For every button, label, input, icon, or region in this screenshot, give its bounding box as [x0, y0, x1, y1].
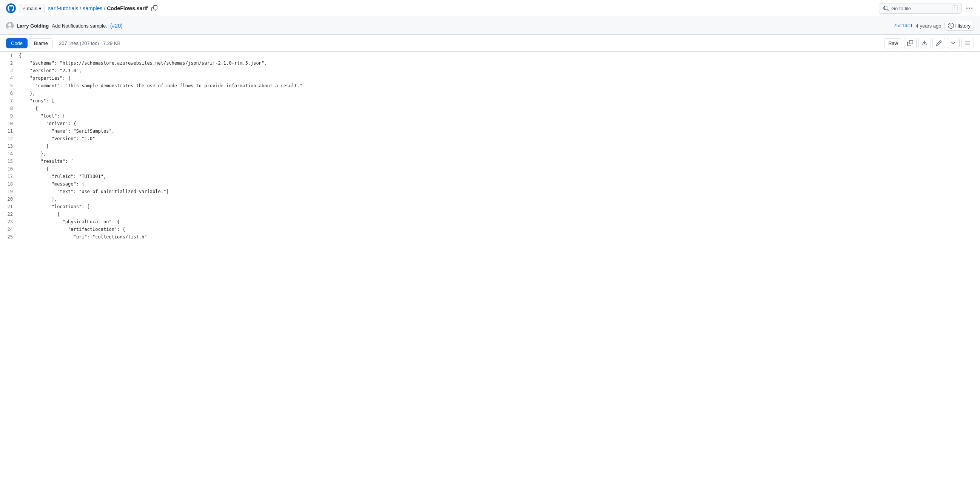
table-row: 13 } [0, 142, 980, 150]
line-content: "$schema": "https://schemastore.azureweb… [19, 59, 980, 67]
line-content: "tool": { [19, 112, 980, 120]
line-content: "results": [ [19, 158, 980, 165]
copy-raw-button[interactable] [904, 38, 916, 48]
commit-author-name: Larry Golding [17, 23, 49, 29]
line-content: "runs": [ [19, 97, 980, 105]
more-options-button[interactable] [965, 4, 974, 13]
line-content: "physicalLocation": { [19, 218, 980, 225]
commit-hash-link[interactable]: 75c14c1 [894, 23, 913, 28]
raw-button[interactable]: Raw [884, 38, 902, 48]
table-row: 16 { [0, 165, 980, 173]
line-content: "name": "SarifSamples", [19, 127, 980, 135]
search-box[interactable]: Go to file t [879, 3, 962, 14]
table-row: 12 "version": "1.0" [0, 135, 980, 142]
table-row: 1{ [0, 52, 980, 59]
line-number[interactable]: 21 [0, 203, 19, 211]
line-number[interactable]: 19 [0, 188, 19, 195]
table-row: 9 "tool": { [0, 112, 980, 120]
edit-button[interactable] [932, 38, 945, 48]
svg-point-1 [8, 24, 11, 26]
line-number[interactable]: 24 [0, 225, 19, 233]
table-row: 11 "name": "SarifSamples", [0, 127, 980, 135]
table-row: 19 "text": "Use of uninitialized variabl… [0, 188, 980, 195]
breadcrumb: sarif-tutorials / samples / CodeFlows.sa… [48, 5, 148, 11]
table-row: 6 }, [0, 89, 980, 97]
line-number[interactable]: 23 [0, 218, 19, 225]
line-content: "version": "1.0" [19, 135, 980, 142]
copy-path-button[interactable] [151, 5, 158, 12]
code-nav-button[interactable] [961, 38, 974, 48]
top-nav: ⑂ main ▾ sarif-tutorials / samples / Cod… [0, 0, 980, 17]
line-number[interactable]: 14 [0, 150, 19, 158]
line-content: "text": "Use of uninitialized variable."… [19, 188, 980, 195]
line-content: { [19, 165, 980, 173]
blame-tab[interactable]: Blame [29, 38, 53, 48]
line-number[interactable]: 18 [0, 180, 19, 188]
history-label: History [956, 23, 970, 29]
line-content: "locations": [ [19, 203, 980, 211]
line-number[interactable]: 2 [0, 59, 19, 67]
line-number[interactable]: 7 [0, 97, 19, 105]
code-tab[interactable]: Code [6, 38, 27, 48]
nav-left: ⑂ main ▾ sarif-tutorials / samples / Cod… [6, 3, 874, 13]
line-number[interactable]: 5 [0, 82, 19, 89]
more-file-options-button[interactable] [947, 38, 959, 48]
line-content: "driver": { [19, 120, 980, 127]
breadcrumb-folder[interactable]: samples [83, 5, 102, 11]
line-number[interactable]: 12 [0, 135, 19, 142]
line-number[interactable]: 16 [0, 165, 19, 173]
line-content: "ruleId": "TUT1001", [19, 173, 980, 180]
line-number[interactable]: 10 [0, 120, 19, 127]
file-toolbar-left: Code Blame 207 lines (207 loc) · 7.29 KB [6, 38, 883, 48]
search-kbd: t [952, 5, 958, 11]
download-button[interactable] [918, 38, 931, 48]
table-row: 7 "runs": [ [0, 97, 980, 105]
line-number[interactable]: 25 [0, 233, 19, 241]
code-table: 1{2 "$schema": "https://schemastore.azur… [0, 52, 980, 241]
table-row: 23 "physicalLocation": { [0, 218, 980, 225]
line-content: } [19, 142, 980, 150]
github-avatar [6, 3, 16, 13]
line-number[interactable]: 1 [0, 52, 19, 59]
history-button[interactable]: History [945, 21, 974, 30]
line-number[interactable]: 8 [0, 105, 19, 112]
line-number[interactable]: 3 [0, 67, 19, 74]
line-content: "version": "2.1.0", [19, 67, 980, 74]
line-content: { [19, 105, 980, 112]
table-row: 8 { [0, 105, 980, 112]
commit-bar-right: 75c14c1 4 years ago History [894, 21, 974, 30]
file-toolbar-right: Raw [884, 38, 974, 48]
commit-age: 4 years ago [916, 23, 942, 29]
line-number[interactable]: 13 [0, 142, 19, 150]
line-content: "comment": "This sample demonstrates the… [19, 82, 980, 89]
file-meta: 207 lines (207 loc) · 7.29 KB [59, 40, 121, 46]
line-number[interactable]: 17 [0, 173, 19, 180]
line-content: }, [19, 195, 980, 203]
commit-author-avatar [6, 22, 14, 29]
table-row: 17 "ruleId": "TUT1001", [0, 173, 980, 180]
file-toolbar: Code Blame 207 lines (207 loc) · 7.29 KB… [0, 35, 980, 52]
line-number[interactable]: 20 [0, 195, 19, 203]
table-row: 18 "message": { [0, 180, 980, 188]
line-content: "uri": "collections/list.h" [19, 233, 980, 241]
commit-message: Add Notifications sample. [52, 23, 107, 29]
table-row: 20 }, [0, 195, 980, 203]
table-row: 21 "locations": [ [0, 203, 980, 211]
line-content: }, [19, 89, 980, 97]
branch-selector[interactable]: ⑂ main ▾ [19, 4, 45, 13]
line-number[interactable]: 22 [0, 211, 19, 218]
line-number[interactable]: 6 [0, 89, 19, 97]
breadcrumb-repo[interactable]: sarif-tutorials [48, 5, 78, 11]
line-number[interactable]: 15 [0, 158, 19, 165]
table-row: 14 }, [0, 150, 980, 158]
search-placeholder: Go to file [891, 6, 911, 11]
line-content: { [19, 52, 980, 59]
line-number[interactable]: 4 [0, 74, 19, 82]
line-number[interactable]: 11 [0, 127, 19, 135]
line-number[interactable]: 9 [0, 112, 19, 120]
breadcrumb-sep1: / [80, 5, 81, 11]
commit-pr-link[interactable]: (#20) [110, 23, 123, 29]
line-content: { [19, 211, 980, 218]
table-row: 2 "$schema": "https://schemastore.azurew… [0, 59, 980, 67]
branch-label: main [27, 6, 37, 11]
